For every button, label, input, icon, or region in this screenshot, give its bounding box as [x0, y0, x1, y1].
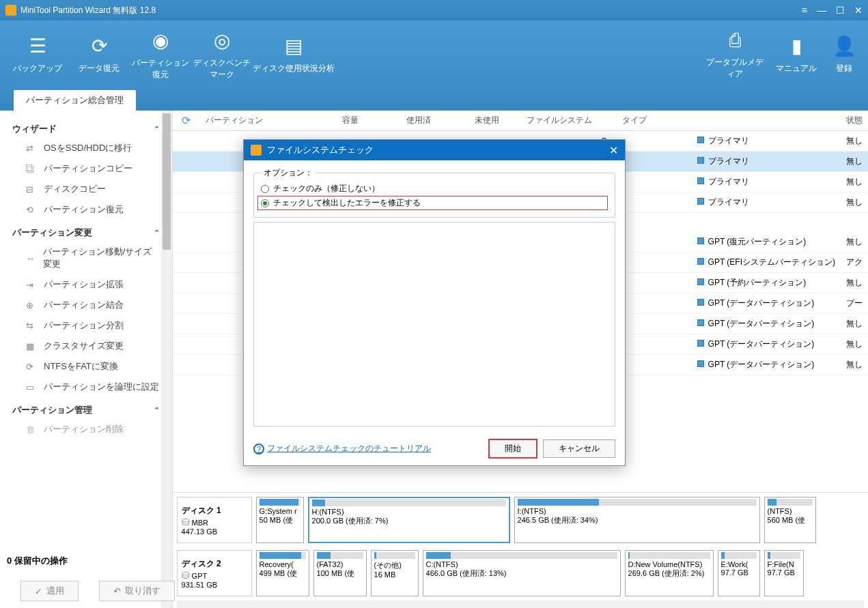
window-title: MiniTool Partition Wizard 無料版 12.8 — [20, 5, 156, 16]
options-group: オプション： チェックのみ（修正しない） チェックして検出したエラーを修正する — [253, 167, 615, 218]
partition-block[interactable]: (FAT32)100 MB (使 — [313, 550, 367, 596]
undo-button[interactable]: ↶取り消す — [99, 581, 175, 601]
copy-icon: ⿻ — [26, 164, 37, 174]
check-icon: ✓ — [35, 586, 42, 596]
manual-button[interactable]: ▮マニュアル — [766, 24, 827, 85]
sidebar-scrollbar[interactable] — [161, 111, 172, 608]
dialog-titlebar: ファイルシステムチェック ✕ — [244, 140, 625, 160]
tab-partition-management[interactable]: パーティション総合管理 — [14, 90, 136, 111]
col-type[interactable]: タイプ — [617, 115, 841, 126]
sidebar: ウィザード⌃ ⇄OSをSSD/HDDに移行 ⿻パーティションコピー ⊟ディスクコ… — [0, 111, 173, 608]
sidebar-item-split[interactable]: ⇆パーティション分割 — [3, 315, 169, 336]
partition-block[interactable]: H:(NTFS)200.0 GB (使用済: 7%) — [308, 497, 510, 543]
backup-button[interactable]: ☰バックアップ — [7, 24, 68, 85]
help-icon: ? — [253, 444, 264, 454]
register-button[interactable]: 👤登録 — [827, 24, 861, 85]
partition-block[interactable]: C:(NTFS)466.0 GB (使用済: 13%) — [423, 550, 621, 596]
manage-group-header[interactable]: パーティション管理⌃ — [3, 397, 169, 419]
partition-block[interactable]: D:New Volume(NTFS)269.6 GB (使用済: 2%) — [625, 550, 714, 596]
disk-label[interactable]: ディスク 1⛁ MBR447.13 GB — [177, 497, 252, 543]
sidebar-item-cluster[interactable]: ▦クラスタサイズ変更 — [3, 336, 169, 356]
col-partition[interactable]: パーティション — [200, 115, 316, 126]
usb-icon: ⎙ — [729, 29, 741, 51]
col-used[interactable]: 使用済 — [384, 115, 453, 126]
close-button[interactable]: ✕ — [854, 5, 863, 16]
col-capacity[interactable]: 容量 — [316, 115, 384, 126]
chevron-up-icon: ⌃ — [154, 406, 160, 415]
partition-block[interactable]: G:System r50 MB (使 — [256, 497, 304, 543]
data-recovery-button[interactable]: ⟳データ復元 — [68, 24, 130, 85]
options-label: オプション： — [261, 167, 316, 179]
sidebar-item-set-logical[interactable]: ▭パーティションを論理に設定 — [3, 377, 169, 397]
radio-icon — [261, 185, 269, 193]
sidebar-item-move-resize[interactable]: ↔パーティション移動/サイズ変更 — [3, 242, 169, 274]
sidebar-item-migrate-os[interactable]: ⇄OSをSSD/HDDに移行 — [3, 138, 169, 158]
bootable-media-button[interactable]: ⎙ブータブルメディア — [704, 24, 766, 85]
split-icon: ⇆ — [26, 321, 37, 331]
app-logo-icon — [5, 5, 16, 16]
book-icon: ▮ — [792, 35, 802, 57]
horizontal-scrollbar[interactable] — [177, 600, 864, 608]
start-button[interactable]: 開始 — [488, 439, 537, 459]
partition-block[interactable]: I:(NTFS)246.5 GB (使用済: 34%) — [514, 497, 760, 543]
partition-list-header: ⟳ パーティション 容量 使用済 未使用 ファイルシステム タイプ 状態 — [173, 111, 868, 131]
sidebar-item-partition-recovery[interactable]: ⟲パーティション復元 — [3, 199, 169, 220]
dialog-close-button[interactable]: ✕ — [609, 144, 618, 157]
sidebar-item-delete[interactable]: 🗑パーティション削除 — [3, 419, 169, 439]
sidebar-item-extend[interactable]: ⇥パーティション拡張 — [3, 274, 169, 295]
main-toolbar: ☰バックアップ ⟳データ復元 ◉パーティション復元 ◎ディスクベンチマーク ▤デ… — [0, 20, 868, 89]
sidebar-item-ntfs-to-fat[interactable]: ⟳NTFSをFATに変換 — [3, 356, 169, 377]
space-analyzer-button[interactable]: ▤ディスク使用状況分析 — [253, 24, 335, 85]
cluster-icon: ▦ — [26, 341, 37, 351]
dialog-logo-icon — [251, 145, 262, 156]
col-unused[interactable]: 未使用 — [453, 115, 521, 126]
chart-icon: ▤ — [285, 35, 303, 57]
refresh-button[interactable]: ⟳ — [173, 114, 200, 127]
resize-icon: ↔ — [26, 253, 36, 263]
pending-operations-label: 0 保留中の操作 — [7, 555, 68, 567]
partition-block[interactable]: E:Work(97.7 GB — [718, 550, 760, 596]
logical-icon: ▭ — [26, 382, 37, 392]
disk-map: ディスク 1⛁ MBR447.13 GBG:System r50 MB (使H:… — [173, 492, 868, 608]
disk-label[interactable]: ディスク 2⛁ GPT931.51 GB — [177, 550, 252, 596]
gauge-icon: ◎ — [214, 29, 230, 52]
change-group-header[interactable]: パーティション変更⌃ — [3, 220, 169, 242]
undo-icon: ↶ — [113, 586, 121, 596]
convert-icon: ⟳ — [26, 362, 37, 372]
tab-bar: パーティション総合管理 — [0, 89, 868, 111]
output-log — [253, 222, 615, 426]
sidebar-item-copy-partition[interactable]: ⿻パーティションコピー — [3, 158, 169, 179]
check-filesystem-dialog: ファイルシステムチェック ✕ オプション： チェックのみ（修正しない） チェック… — [243, 139, 626, 466]
menu-icon[interactable]: ≡ — [802, 5, 807, 16]
help-link[interactable]: ?ファイルシステムチェックのチュートリアル — [253, 443, 431, 454]
col-fs[interactable]: ファイルシステム — [521, 115, 617, 126]
partition-block[interactable]: (NTFS)560 MB (使 — [764, 497, 816, 543]
col-status[interactable]: 状態 — [841, 115, 868, 126]
recover-icon: ⟳ — [92, 35, 107, 57]
radio-check-only[interactable]: チェックのみ（修正しない） — [261, 182, 608, 196]
partition-recovery-button[interactable]: ◉パーティション復元 — [130, 24, 191, 85]
sidebar-item-copy-disk[interactable]: ⊟ディスクコピー — [3, 179, 169, 199]
benchmark-button[interactable]: ◎ディスクベンチマーク — [191, 24, 253, 85]
extend-icon: ⇥ — [26, 280, 37, 290]
merge-icon: ⊕ — [26, 300, 37, 310]
partition-block[interactable]: F:File(N97.7 GB — [764, 550, 804, 596]
migrate-icon: ⇄ — [26, 143, 37, 154]
radio-checked-icon — [261, 199, 269, 207]
titlebar: MiniTool Partition Wizard 無料版 12.8 ≡ — ☐… — [0, 0, 868, 20]
cancel-button[interactable]: キャンセル — [543, 439, 615, 458]
radio-check-and-fix[interactable]: チェックして検出したエラーを修正する — [257, 196, 608, 210]
user-plus-icon: 👤 — [832, 35, 856, 57]
partition-block[interactable]: (その他)16 MB — [371, 550, 419, 596]
delete-icon: 🗑 — [26, 424, 37, 435]
apply-button[interactable]: ✓適用 — [20, 581, 79, 601]
minimize-button[interactable]: — — [817, 5, 826, 16]
sidebar-item-merge[interactable]: ⊕パーティション結合 — [3, 295, 169, 315]
chevron-up-icon: ⌃ — [154, 229, 160, 237]
maximize-button[interactable]: ☐ — [836, 5, 845, 16]
wizard-group-header[interactable]: ウィザード⌃ — [3, 116, 169, 138]
partition-block[interactable]: Recovery(499 MB (使 — [256, 550, 309, 596]
partition-recover-icon: ◉ — [152, 29, 169, 52]
disk-copy-icon: ⊟ — [26, 184, 37, 194]
stack-icon: ☰ — [29, 35, 46, 57]
